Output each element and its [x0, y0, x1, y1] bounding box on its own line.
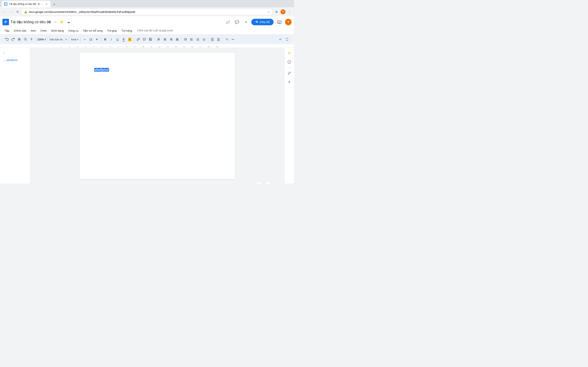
- bottom-nav-area: [256, 181, 272, 184]
- docs-title-row: Tài liệu không có tiêu đề ☆ 📁 ☁ 📈 💬 Chia…: [2, 17, 292, 27]
- move-button[interactable]: 📁: [59, 19, 65, 25]
- svg-rect-21: [18, 39, 20, 40]
- zoom-input[interactable]: [37, 38, 44, 41]
- menu-help[interactable]: Trợ giúp: [105, 28, 119, 33]
- canvas-area[interactable]: alkdfjalsd: [30, 48, 284, 184]
- comment-button[interactable]: [141, 36, 147, 42]
- active-tab[interactable]: Tài liệu không có tiêu đề - Goo… ×: [2, 1, 51, 7]
- align-center-button[interactable]: [162, 36, 168, 42]
- collapse-toolbar-button[interactable]: [284, 36, 290, 42]
- menu-insert[interactable]: Chèn: [38, 28, 49, 33]
- document-page[interactable]: alkdfjalsd: [80, 53, 235, 179]
- increase-indent-button[interactable]: [216, 36, 221, 42]
- menu-accessibility[interactable]: Trợ năng: [120, 28, 134, 33]
- editing-mode-sidebar-button[interactable]: [286, 69, 293, 77]
- keyboard-button[interactable]: [275, 18, 283, 26]
- decrease-indent-button[interactable]: [209, 36, 215, 42]
- font-size-control: − +: [82, 36, 100, 42]
- lock-icon: 🔒: [24, 10, 27, 13]
- page-up-button[interactable]: [256, 181, 263, 184]
- doc-title[interactable]: Tài liệu không có tiêu đề: [11, 20, 51, 24]
- paint-format-button[interactable]: [22, 36, 28, 42]
- new-tab-button[interactable]: +: [52, 2, 57, 7]
- svg-point-49: [196, 39, 197, 40]
- svg-point-48: [196, 39, 197, 39]
- outline-dash-icon: —: [3, 59, 6, 61]
- extensions-button[interactable]: ⊕: [274, 9, 279, 15]
- explore-sidebar-button[interactable]: [286, 50, 293, 57]
- settings-button[interactable]: ⋮: [287, 9, 292, 15]
- back-button[interactable]: ←: [2, 9, 7, 15]
- align-right-button[interactable]: [168, 36, 174, 42]
- clear-formatting-button[interactable]: T: [224, 36, 230, 42]
- suggestions-button[interactable]: [278, 36, 283, 42]
- line-spacing-button[interactable]: [183, 36, 189, 42]
- font-size-input[interactable]: [88, 38, 94, 41]
- address-bar[interactable]: 🔒 ☆: [21, 8, 273, 15]
- star-icon[interactable]: ☆: [268, 10, 270, 13]
- menu-view[interactable]: Xem: [29, 28, 38, 33]
- svg-line-69: [227, 39, 228, 40]
- print-button[interactable]: [16, 36, 22, 42]
- comments-sidebar-button[interactable]: [286, 58, 293, 66]
- increase-font-size[interactable]: +: [94, 36, 100, 42]
- clear-format-button[interactable]: T: [29, 36, 34, 42]
- reload-button[interactable]: ↻: [15, 9, 20, 15]
- cloud-button[interactable]: ☁: [66, 19, 71, 25]
- url-input[interactable]: [29, 10, 266, 13]
- docs-header: Tài liệu không có tiêu đề ☆ 📁 ☁ 📈 💬 Chia…: [0, 16, 294, 34]
- menu-addons[interactable]: Tiện ích bổ sung: [81, 28, 105, 33]
- menu-file[interactable]: Tệp: [2, 28, 11, 33]
- link-button[interactable]: [135, 36, 141, 42]
- menu-tools[interactable]: Công cụ: [66, 28, 80, 33]
- menu-format[interactable]: Định dạng: [49, 28, 66, 33]
- user-avatar[interactable]: T: [285, 19, 292, 25]
- paragraph-style-select[interactable]: Văn bản th... ▾: [49, 38, 68, 42]
- selected-text[interactable]: alkdfjalsd: [94, 68, 109, 72]
- image-button[interactable]: [148, 36, 153, 42]
- share-button[interactable]: Chia Sẻ: [251, 19, 274, 25]
- tab-close-button[interactable]: ×: [45, 2, 48, 6]
- underline-button[interactable]: U: [115, 36, 121, 42]
- text-color-button[interactable]: A: [121, 36, 127, 42]
- docs-toolbar: T ▾ Văn bản th... ▾ Arial ▾ − + B I U A …: [2, 35, 292, 43]
- checklist-button[interactable]: [189, 36, 195, 42]
- svg-point-72: [233, 39, 234, 40]
- italic-button[interactable]: I: [109, 36, 114, 42]
- highlight-button[interactable]: A: [127, 36, 133, 42]
- decrease-font-size[interactable]: −: [82, 36, 87, 42]
- svg-rect-15: [279, 22, 279, 22]
- numbered-list-button[interactable]: 1.2.3.: [201, 36, 207, 42]
- add-comment-sidebar-button[interactable]: [286, 78, 293, 86]
- browser-nav-buttons: ← → ↻: [2, 9, 20, 15]
- editing-mode-selector[interactable]: [242, 18, 250, 26]
- redo-button[interactable]: [10, 36, 16, 42]
- forward-button[interactable]: →: [8, 9, 14, 15]
- editing-mode-button[interactable]: [242, 18, 250, 26]
- outline-item[interactable]: — alkdfjalsd: [2, 58, 28, 62]
- align-justify-button[interactable]: [174, 36, 180, 42]
- toolbar-divider-7: [155, 37, 155, 42]
- profile-button[interactable]: T: [280, 9, 286, 15]
- svg-rect-2: [5, 4, 7, 4]
- svg-rect-23: [149, 38, 152, 41]
- svg-point-71: [233, 39, 233, 40]
- autosave-message: Chỉnh sửa lần cuối vài giây trước: [137, 29, 173, 32]
- comments-button[interactable]: 💬: [233, 18, 241, 26]
- explore-button[interactable]: 📈: [224, 18, 232, 26]
- format-options-button[interactable]: [230, 36, 236, 42]
- svg-rect-22: [143, 38, 146, 40]
- menu-edit[interactable]: Chỉnh sửa: [12, 28, 28, 33]
- font-select[interactable]: Arial ▾: [70, 38, 79, 42]
- bullet-list-button[interactable]: [195, 36, 201, 42]
- bold-button[interactable]: B: [103, 36, 108, 42]
- doc-content[interactable]: alkdfjalsd: [94, 67, 220, 72]
- zoom-control[interactable]: ▾: [37, 38, 46, 41]
- docs-menubar: Tệp Chỉnh sửa Xem Chèn Định dạng Công cụ…: [2, 27, 292, 34]
- star-button[interactable]: ☆: [52, 19, 58, 25]
- outline-back-button[interactable]: ←: [2, 50, 7, 55]
- svg-rect-12: [279, 21, 280, 22]
- undo-button[interactable]: [4, 36, 10, 42]
- page-down-button[interactable]: [265, 181, 272, 184]
- align-left-button[interactable]: [156, 36, 162, 42]
